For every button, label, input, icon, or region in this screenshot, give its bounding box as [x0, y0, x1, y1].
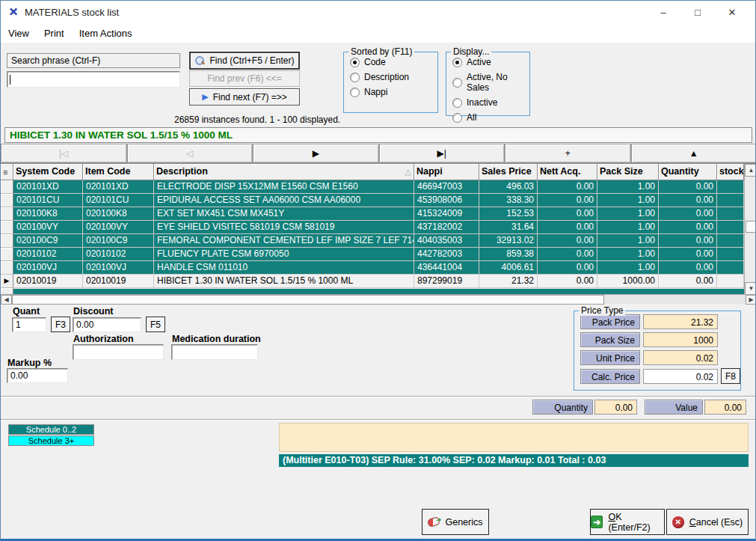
- ok-button[interactable]: ➜ OK (Enter/F2): [590, 509, 665, 535]
- price-row-value[interactable]: 0.02: [643, 369, 718, 384]
- radio-icon[interactable]: [452, 78, 462, 88]
- cell-item-code: 020100VY: [83, 221, 154, 234]
- cell-pack-size: 1.00: [597, 221, 659, 234]
- cell-sales-price: 31.64: [479, 221, 538, 234]
- column-header-pack-size[interactable]: Pack Size: [597, 164, 659, 180]
- column-header-description[interactable]: Description△: [154, 164, 414, 180]
- radio-sort-nappi[interactable]: Nappi: [350, 87, 437, 97]
- cell-pack-size: 1.00: [597, 234, 659, 248]
- cell-nett-acq-: 0.00: [538, 248, 597, 261]
- display-group: Display... ActiveActive, No SalesInactiv…: [446, 52, 530, 116]
- discount-f5-button[interactable]: F5: [146, 317, 165, 332]
- radio-icon[interactable]: [350, 88, 360, 97]
- radio-icon[interactable]: [452, 98, 462, 108]
- schedule-3plus-button[interactable]: Schedule 3+: [8, 435, 94, 446]
- find-next-button[interactable]: ▶ Find next (F7) =>>: [189, 88, 300, 106]
- cell-pack-size: 1000.00: [597, 275, 659, 288]
- hscroll-thumb[interactable]: [12, 295, 604, 305]
- price-row-pack-size: Pack Size1000: [580, 332, 740, 347]
- table-row[interactable]: 020100K8020100K8EXT SET MX451 CSM MX451Y…: [1, 207, 756, 221]
- quant-input[interactable]: 1: [12, 317, 46, 332]
- cell-sales-price: 859.38: [479, 248, 538, 261]
- search-input[interactable]: [7, 71, 180, 88]
- column-header-nappi[interactable]: Nappi: [414, 164, 479, 180]
- table-row[interactable]: 020100C9020100C9FEMORAL COMPONENT CEMENT…: [1, 234, 756, 248]
- scroll-right-icon[interactable]: ▶: [746, 295, 756, 305]
- cell-nett-acq-: 0.00: [538, 180, 597, 194]
- cell-description: EXT SET MX451 CSM MX451Y: [154, 207, 414, 221]
- table-row[interactable]: 020101XD020101XDELECTRODE DISP 15X12MM E…: [1, 180, 756, 194]
- medication-duration-label: Medication duration: [172, 334, 261, 344]
- menu-item-actions[interactable]: Item Actions: [72, 25, 140, 42]
- radio-icon[interactable]: [452, 58, 462, 67]
- cell-quantity: 0.00: [659, 248, 717, 261]
- quantity-total-value: 0.00: [594, 400, 637, 415]
- find-button[interactable]: Find (Ctrl+F5 / Enter): [189, 52, 300, 70]
- radio-display-active[interactable]: Active: [452, 57, 529, 67]
- nav-add-button[interactable]: +: [505, 144, 631, 163]
- quant-f3-button[interactable]: F3: [51, 317, 70, 332]
- scroll-up-icon[interactable]: ▲: [745, 164, 756, 177]
- column-header-item-code[interactable]: Item Code: [83, 164, 154, 180]
- close-button[interactable]: ✕: [715, 1, 749, 23]
- column-header-stock[interactable]: stock: [717, 164, 744, 180]
- cell-description: HIBICET 1.30 IN WATER SOL 1.5/15 % 1000 …: [154, 275, 414, 288]
- cell-description: EPIDURAL ACCESS SET AA06000 CSM AA06000: [154, 194, 414, 207]
- discount-input[interactable]: 0.00: [73, 317, 141, 332]
- table-row[interactable]: 0201010202010102FLUENCY PLATE CSM 697005…: [1, 248, 756, 261]
- radio-icon[interactable]: [350, 58, 360, 67]
- radio-icon[interactable]: [350, 73, 360, 82]
- cell-pack-size: 1.00: [597, 180, 659, 194]
- divider: [1, 396, 756, 397]
- nav-edit-button[interactable]: ▲: [631, 144, 756, 163]
- column-header-nett-acq-[interactable]: Nett Acq.: [538, 164, 597, 180]
- radio-sort-description[interactable]: Description: [350, 72, 437, 82]
- radio-display-all[interactable]: All: [452, 112, 529, 123]
- schedule-0-2-button[interactable]: Schedule 0..2: [8, 424, 94, 435]
- cell-system-code: 020101XD: [13, 180, 83, 194]
- column-header-quantity[interactable]: Quantity: [659, 164, 717, 180]
- radio-icon[interactable]: [452, 113, 462, 123]
- vertical-scrollbar[interactable]: ▲ ▼: [744, 164, 756, 295]
- maximize-button[interactable]: □: [680, 1, 715, 23]
- cell-stock: [717, 261, 744, 275]
- column-header-system-code[interactable]: System Code: [13, 164, 83, 180]
- radio-display-inactive[interactable]: Inactive: [452, 97, 529, 108]
- horizontal-scrollbar[interactable]: ◀ ▶: [1, 294, 756, 304]
- table-row[interactable]: ▶0201001902010019HIBICET 1.30 IN WATER S…: [1, 275, 756, 288]
- column-header-sales-price[interactable]: Sales Price: [479, 164, 538, 180]
- authorization-input[interactable]: [73, 344, 164, 360]
- generics-button[interactable]: Generics: [422, 509, 489, 535]
- cancel-button[interactable]: ✕ Cancel (Esc): [666, 509, 749, 535]
- calc-price-f8-button[interactable]: F8: [721, 368, 740, 384]
- medication-duration-input[interactable]: [171, 344, 258, 360]
- radio-sort-code[interactable]: Code: [350, 57, 437, 67]
- vscroll-thumb[interactable]: [746, 221, 756, 233]
- nav-next-button[interactable]: ▶: [253, 144, 379, 163]
- table-row[interactable]: 020100VY020100VYEYE SHIELD VISITEC 58101…: [1, 221, 756, 234]
- nav-previous-button: ◁: [127, 144, 253, 163]
- play-icon: ▶: [202, 92, 208, 102]
- minimize-button[interactable]: –: [646, 1, 680, 23]
- radio-label: Active, No Sales: [467, 72, 529, 93]
- grid-corner-icon[interactable]: ≡: [1, 164, 13, 180]
- authorization-label: Authorization: [73, 334, 134, 344]
- nav-last-button[interactable]: ▶|: [379, 144, 505, 163]
- cell-nappi: 415324009: [414, 207, 479, 221]
- table-row[interactable]: 020100VJ020100VJHANDLE CSM 0110104364410…: [1, 261, 756, 275]
- cell-description: FEMORAL COMPONENT CEMENTED LEF IMP SIZE …: [154, 234, 414, 248]
- cell-nappi: 436441004: [414, 261, 479, 275]
- menu-print[interactable]: Print: [37, 25, 72, 42]
- scroll-down-icon[interactable]: ▼: [745, 282, 756, 295]
- markup-input[interactable]: 0.00: [7, 368, 68, 383]
- menu-view[interactable]: View: [1, 25, 37, 42]
- row-indicator: [1, 180, 13, 194]
- price-row-label: Pack Price: [580, 314, 640, 329]
- cell-stock: [717, 194, 744, 207]
- row-indicator: [1, 261, 13, 275]
- search-icon: [194, 55, 205, 66]
- table-row[interactable]: 020101CU020101CUEPIDURAL ACCESS SET AA06…: [1, 194, 756, 207]
- scroll-left-icon[interactable]: ◀: [1, 295, 12, 305]
- row-indicator: [1, 248, 13, 261]
- radio-display-active-no-sales[interactable]: Active, No Sales: [452, 72, 529, 93]
